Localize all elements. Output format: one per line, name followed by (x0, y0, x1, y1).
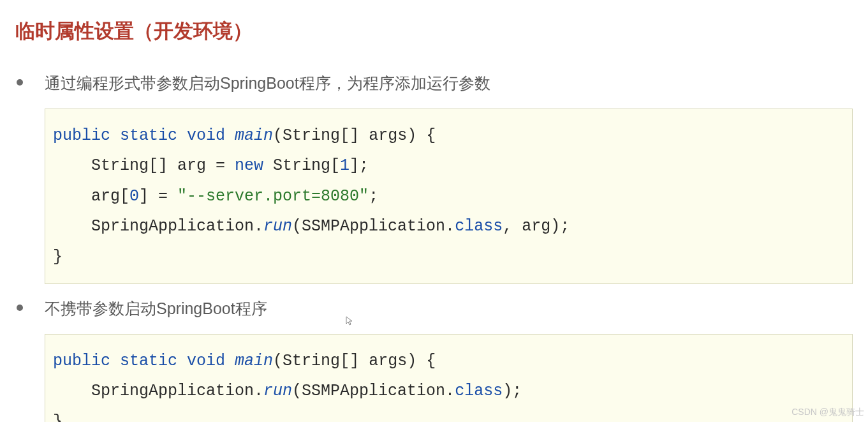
kw-void: void (187, 126, 225, 145)
code-text: String[] arg = (53, 156, 235, 175)
code-text: ; (369, 187, 378, 206)
code-block-1: public static void main(String[] args) {… (45, 109, 853, 285)
list-item: 不携带参数启动SpringBoot程序 public static void m… (15, 297, 853, 422)
list-item: 通过编程形式带参数启动SpringBoot程序，为程序添加运行参数 public… (15, 72, 853, 284)
num-literal: 0 (129, 187, 139, 206)
code-text: arg[ (53, 187, 129, 206)
kw-static: static (120, 352, 177, 370)
string-literal: "--server.port=8080" (177, 187, 369, 206)
kw-public: public (53, 352, 110, 370)
sig-open: (String[] args) { (273, 352, 436, 370)
brace-close: } (53, 248, 63, 266)
bullet-list: 通过编程形式带参数启动SpringBoot程序，为程序添加运行参数 public… (15, 72, 853, 422)
fn-run: run (263, 217, 292, 236)
kw-class: class (455, 217, 503, 236)
code-text: ]; (349, 156, 369, 175)
code-text: ); (503, 382, 522, 400)
fn-main: main (235, 126, 273, 145)
code-text: , arg); (503, 217, 570, 236)
watermark: CSDN @鬼鬼骑士 (791, 407, 864, 418)
code-text: (SSMPApplication. (292, 217, 455, 236)
kw-new: new (235, 156, 263, 175)
code-text: String[ (263, 156, 340, 175)
num-literal: 1 (340, 156, 349, 175)
fn-main: main (235, 352, 273, 370)
brace-close: } (53, 412, 63, 423)
page-title: 临时属性设置（开发环境） (15, 18, 853, 45)
kw-class: class (455, 382, 503, 400)
code-text: SpringApplication. (53, 217, 263, 236)
code-text: (SSMPApplication. (292, 382, 455, 400)
kw-static: static (120, 126, 177, 145)
fn-run: run (263, 382, 292, 400)
bullet-text: 通过编程形式带参数启动SpringBoot程序，为程序添加运行参数 (45, 72, 853, 96)
code-block-2: public static void main(String[] args) {… (45, 334, 853, 423)
sig-open: (String[] args) { (273, 126, 436, 145)
kw-void: void (187, 352, 225, 370)
kw-public: public (53, 126, 110, 145)
bullet-text: 不携带参数启动SpringBoot程序 (45, 297, 853, 321)
code-text: ] = (139, 187, 177, 206)
code-text: SpringApplication. (53, 382, 263, 400)
